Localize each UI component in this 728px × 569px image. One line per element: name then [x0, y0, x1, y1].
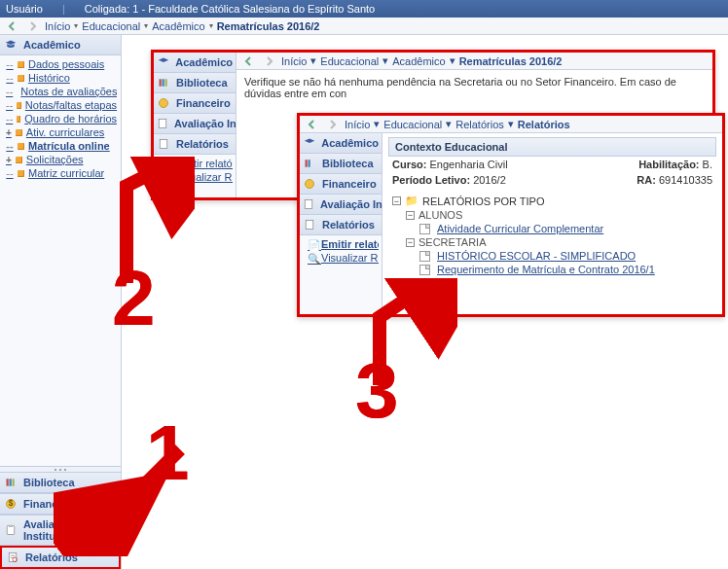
sidebar-item-historico[interactable]: --Histórico — [6, 71, 117, 85]
popup2-breadcrumb: Início▾ Educacional▾ Relatórios▾ Relatór… — [300, 116, 722, 133]
sidebar-section-biblioteca[interactable]: Biblioteca — [0, 472, 121, 493]
popup1-side-biblioteca[interactable]: Biblioteca — [154, 73, 236, 93]
report-icon — [6, 551, 19, 564]
tree-leaf-requerimento-matricula[interactable]: Requerimento de Matrícula e Contrato 201… — [419, 263, 712, 276]
document-icon: 📄 — [308, 239, 317, 249]
clipboard-icon — [303, 197, 314, 211]
svg-rect-4 — [10, 479, 12, 486]
popup1-side-financeiro[interactable]: Financeiro — [154, 93, 236, 114]
report-icon — [303, 218, 316, 231]
breadcrumb-item[interactable]: Início — [345, 119, 370, 130]
popup2-side-financeiro[interactable]: Financeiro — [300, 174, 382, 195]
sidebar-section-relatorios[interactable]: Relatórios — [0, 546, 121, 569]
graduation-cap-icon — [303, 136, 315, 150]
nav-back-icon[interactable] — [306, 118, 319, 131]
sidebar-item-notas-faltas[interactable]: --Notas/faltas etapas — [6, 98, 117, 112]
breadcrumb-item[interactable]: Educacional — [82, 20, 140, 32]
breadcrumb-item[interactable]: Relatórios — [455, 119, 504, 130]
svg-rect-14 — [160, 79, 162, 87]
sidebar-item-ativ-curriculares[interactable]: +Ativ. curriculares — [6, 125, 117, 139]
sidebar-section-academico[interactable]: Acadêmico — [0, 35, 121, 55]
sidebar-section-label: Biblioteca — [23, 477, 75, 488]
document-icon — [419, 251, 430, 262]
document-icon — [419, 224, 430, 234]
ctx-row-periodo: Período Letivo: 2016/2 RA: 691410335 — [388, 172, 716, 188]
books-icon — [157, 76, 170, 89]
svg-rect-21 — [309, 160, 310, 167]
nav-back-icon[interactable] — [242, 54, 256, 68]
nav-fwd-icon[interactable] — [262, 54, 275, 68]
popup2-emitir-relatorios[interactable]: 📄Emitir relatórios — [308, 237, 379, 251]
tree-leaf-historico-escolar[interactable]: HISTÓRICO ESCOLAR - SIMPLIFICADO — [419, 249, 712, 263]
coligada-label: Coligada: 1 - Faculdade Católica Salesia… — [85, 3, 375, 15]
sidebar-item-dados-pessoais[interactable]: --Dados pessoais — [6, 57, 117, 71]
chevron-icon: ▾ — [74, 21, 78, 30]
tree-group-secretaria[interactable]: −SECRETARIA — [406, 235, 712, 249]
popup2-visualizar-relatorio[interactable]: 🔍Visualizar Relatório — [308, 251, 379, 265]
popup2-side-avaliacao[interactable]: Avaliação Instituci — [300, 195, 382, 215]
svg-rect-11 — [11, 555, 16, 556]
popup2-side-biblioteca[interactable]: Biblioteca — [300, 154, 382, 174]
sidebar-item-notas-avaliacoes[interactable]: --Notas de avaliações — [6, 85, 117, 98]
sidebar-section-avaliacao[interactable]: Avaliação Instituci — [0, 515, 121, 546]
popup1-sidebar: Acadêmico Biblioteca Financeiro Avaliaçã… — [154, 53, 237, 197]
popup2-side-relatorios[interactable]: Relatórios — [300, 215, 382, 235]
folder-icon: 📁 — [405, 195, 419, 207]
sidebar-item-solicitacoes[interactable]: +Solicitações — [6, 153, 117, 166]
sidebar-item-matricula-online[interactable]: --Matrícula online — [6, 139, 117, 153]
popup1-emitir-relatorios[interactable]: 📄Emitir relatórios — [162, 157, 233, 170]
sidebar-tree: --Dados pessoais --Histórico --Notas de … — [0, 55, 121, 186]
magnifier-icon: 🔍 — [162, 172, 171, 182]
nav-back-icon[interactable] — [6, 19, 19, 33]
usuario-label: Usuário — [6, 3, 43, 15]
svg-rect-19 — [160, 140, 167, 149]
tree-group-alunos[interactable]: −ALUNOS — [406, 208, 712, 222]
sidebar-section-financeiro[interactable]: $ Financeiro — [0, 493, 121, 515]
svg-point-0 — [55, 469, 56, 471]
svg-rect-20 — [306, 160, 308, 167]
sidebar-item-quadro-horarios[interactable]: --Quadro de horários — [6, 112, 117, 125]
svg-point-1 — [59, 469, 61, 471]
sidebar-bottom-panels: Biblioteca $ Financeiro Avaliação Instit… — [0, 466, 121, 569]
breadcrumb-item[interactable]: Acadêmico — [152, 20, 204, 32]
nav-fwd-icon[interactable] — [25, 19, 39, 33]
breadcrumb: Início ▾ Educacional ▾ Acadêmico ▾ Remat… — [0, 18, 728, 35]
clipboard-icon — [157, 117, 168, 130]
popup1-visualizar-relatorio[interactable]: 🔍Visualizar Relatório — [162, 170, 233, 184]
sidebar-item-matriz-curricular[interactable]: --Matriz curricular — [6, 166, 117, 180]
breadcrumb-item[interactable]: Início — [45, 20, 70, 32]
report-icon — [157, 137, 170, 151]
content-canvas: Acadêmico Biblioteca Financeiro Avaliaçã… — [122, 35, 728, 569]
popup2-sidebar: Acadêmico Biblioteca Financeiro Avaliaçã… — [300, 133, 382, 314]
breadcrumb-item[interactable]: Início — [281, 55, 307, 67]
document-icon — [419, 265, 430, 275]
bullet-icon — [17, 102, 21, 109]
popup2-side-academico[interactable]: Acadêmico — [300, 133, 382, 154]
sidebar-section-label: Acadêmico — [23, 39, 81, 51]
money-icon — [303, 177, 316, 191]
app-topbar: Usuário | Coligada: 1 - Faculdade Católi… — [0, 0, 728, 18]
tree-root-node[interactable]: −📁RELATÓRIOS POR TIPO — [392, 194, 712, 208]
svg-point-2 — [64, 469, 66, 471]
svg-rect-5 — [13, 479, 15, 486]
bullet-icon — [17, 116, 20, 123]
svg-rect-3 — [7, 479, 9, 486]
breadcrumb-item[interactable]: Educacional — [320, 55, 379, 67]
tree-leaf-atividade-curricular[interactable]: Atividade Curricular Complementar — [419, 222, 712, 235]
breadcrumb-item[interactable]: Educacional — [383, 119, 442, 130]
breadcrumb-current: Relatórios — [518, 119, 570, 130]
breadcrumb-item[interactable]: Acadêmico — [392, 55, 445, 67]
popup1-side-relatorios[interactable]: Relatórios — [154, 134, 236, 155]
graduation-cap-icon — [157, 55, 169, 69]
sidebar-section-label: Avaliação Instituci — [23, 518, 117, 542]
bullet-icon — [18, 75, 24, 82]
sidebar-section-label: Relatórios — [25, 551, 78, 563]
popup1-side-academico[interactable]: Acadêmico — [154, 53, 236, 73]
bullet-icon — [16, 129, 22, 136]
sidebar-section-label: Financeiro — [23, 498, 78, 510]
svg-point-17 — [160, 99, 168, 108]
popup1-side-avaliacao[interactable]: Avaliação Instituci — [154, 114, 236, 134]
graduation-cap-icon — [4, 38, 18, 52]
nav-fwd-icon[interactable] — [325, 118, 339, 131]
svg-text:$: $ — [9, 499, 14, 508]
